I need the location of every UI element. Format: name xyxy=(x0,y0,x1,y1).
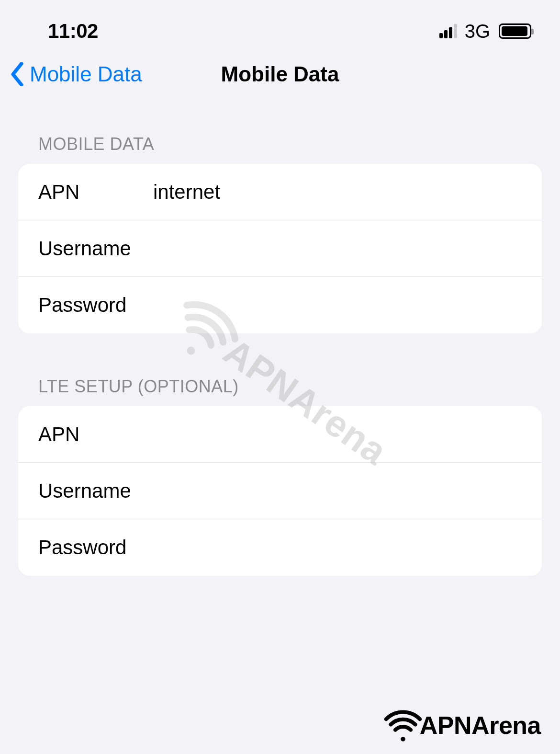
label-apn: APN xyxy=(38,181,153,204)
group-mobile-data: APN Username Password xyxy=(18,164,542,333)
input-lte-apn[interactable] xyxy=(153,423,522,446)
label-password: Password xyxy=(38,294,153,317)
label-lte-username: Username xyxy=(38,480,153,503)
input-lte-password[interactable] xyxy=(153,536,522,559)
content: MOBILE DATA APN Username Password LTE SE… xyxy=(0,134,560,576)
label-lte-password: Password xyxy=(38,536,153,559)
brand-text: APNArena xyxy=(420,711,541,740)
page-title: Mobile Data xyxy=(221,62,339,86)
group-lte-setup: APN Username Password xyxy=(18,406,542,576)
nav-bar: Mobile Data Mobile Data xyxy=(0,53,560,101)
brand-logo: APNArena xyxy=(384,706,541,744)
chevron-left-icon xyxy=(10,62,25,86)
status-right: 3G xyxy=(439,21,531,42)
row-password[interactable]: Password xyxy=(18,277,542,333)
signal-bars-icon xyxy=(439,24,457,38)
row-username[interactable]: Username xyxy=(18,220,542,277)
row-apn[interactable]: APN xyxy=(18,164,542,220)
back-button[interactable]: Mobile Data xyxy=(10,62,142,86)
network-type: 3G xyxy=(465,21,490,42)
battery-icon xyxy=(499,23,531,39)
input-lte-username[interactable] xyxy=(153,480,522,503)
row-lte-apn[interactable]: APN xyxy=(18,406,542,463)
status-bar: 11:02 3G xyxy=(0,0,560,53)
row-lte-password[interactable]: Password xyxy=(18,519,542,576)
wifi-icon xyxy=(384,706,422,744)
input-apn[interactable] xyxy=(153,181,522,204)
label-username: Username xyxy=(38,237,153,260)
row-lte-username[interactable]: Username xyxy=(18,463,542,519)
section-header-mobile-data: MOBILE DATA xyxy=(18,134,542,164)
input-password[interactable] xyxy=(153,294,522,317)
input-username[interactable] xyxy=(153,237,522,260)
status-time: 11:02 xyxy=(48,20,98,43)
label-lte-apn: APN xyxy=(38,423,153,446)
back-label: Mobile Data xyxy=(30,62,142,86)
section-header-lte-setup: LTE SETUP (OPTIONAL) xyxy=(18,377,542,406)
